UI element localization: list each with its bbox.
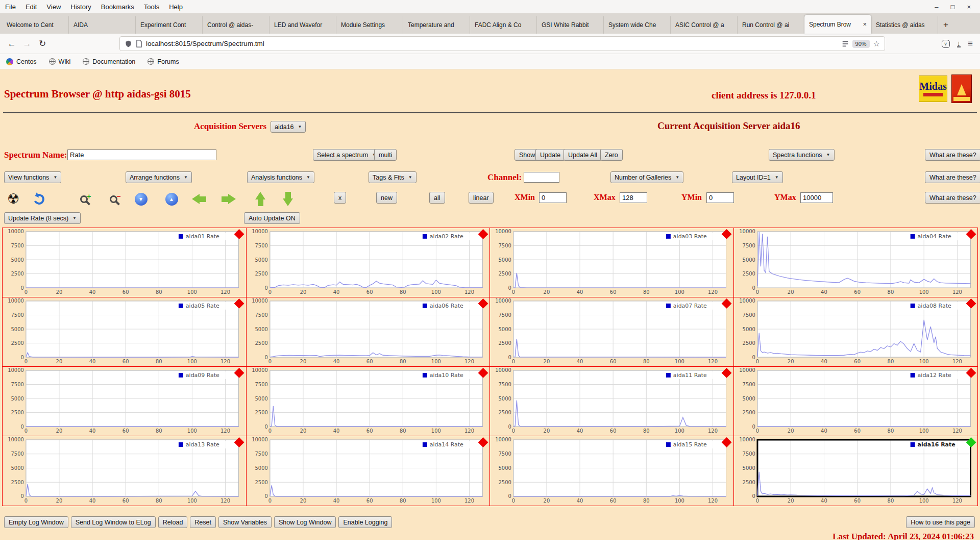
tab-asic-control-a[interactable]: ASIC Control @ a [671,16,738,34]
update-button[interactable]: Update [535,149,565,161]
menu-edit[interactable]: Edit [26,3,37,11]
pan-left-icon[interactable] [190,191,208,207]
spectrum-panel-aida11-rate[interactable]: 025005000750010000020406080100120aida11 … [490,367,734,436]
ymax-input[interactable] [800,192,833,203]
tags-fits-dropdown[interactable]: Tags & Fits ▼ [369,171,416,183]
bookmark-documentation[interactable]: Documentation [83,58,135,65]
auto-update-button[interactable]: Auto Update ON [244,212,300,224]
x-button[interactable]: x [334,192,346,204]
pan-up-icon[interactable] [251,191,270,207]
url-text[interactable]: localhost:8015/Spectrum/Spectrum.tml [146,40,838,47]
spectra-functions-dropdown[interactable]: Spectra functions ▼ [769,149,835,161]
spectrum-panel-aida03-rate[interactable]: 025005000750010000020406080100120aida03 … [490,228,734,297]
spectrum-panel-aida14-rate[interactable]: 025005000750010000020406080100120aida14 … [247,436,491,506]
tab-module-settings[interactable]: Module Settings [336,16,403,34]
tab-control-aidas[interactable]: Control @ aidas- [203,16,270,34]
menu-tools[interactable]: Tools [144,3,159,11]
app-menu-icon[interactable]: ≡ [968,39,973,49]
linear-button[interactable]: linear [469,192,494,204]
spectrum-panel-aida02-rate[interactable]: 025005000750010000020406080100120aida02 … [247,228,491,297]
tab-gsi-white-rabbit[interactable]: GSI White Rabbit [537,16,604,34]
analysis-functions-dropdown[interactable]: Analysis functions ▼ [247,171,314,183]
what-are-these-button-3[interactable]: What are these? [925,192,980,204]
tab-aida[interactable]: AIDA [69,16,136,34]
arrange-functions-dropdown[interactable]: Arrange functions ▼ [126,171,192,183]
bookmark-centos[interactable]: Centos [6,58,37,65]
spectrum-panel-aida09-rate[interactable]: 025005000750010000020406080100120aida09 … [3,367,247,436]
forward-button[interactable]: → [19,37,35,51]
radiation-icon[interactable]: ☢ [4,191,22,207]
new-button[interactable]: new [376,192,397,204]
spectrum-panel-aida10-rate[interactable]: 025005000750010000020406080100120aida10 … [247,367,491,436]
tab-welcome-to-cent[interactable]: Welcome to Cent [2,16,69,34]
spectrum-panel-aida08-rate[interactable]: 025005000750010000020406080100120aida08 … [734,297,978,367]
reload-button[interactable]: ↻ [35,37,50,51]
layout-id-dropdown[interactable]: Layout ID=1 ▼ [732,171,783,183]
send-log-window-to-elog-button[interactable]: Send Log Window to ELog [71,516,156,528]
spectrum-panel-aida07-rate[interactable]: 025005000750010000020406080100120aida07 … [490,297,734,367]
spectrum-panel-aida04-rate[interactable]: 025005000750010000020406080100120aida04 … [734,228,978,297]
zero-button[interactable]: Zero [600,149,623,161]
back-button[interactable]: ← [4,37,19,51]
minimize-icon[interactable]: – [935,3,938,11]
new-tab-button[interactable]: + [938,16,953,34]
pan-right-icon[interactable] [219,191,238,207]
spectrum-panel-aida15-rate[interactable]: 025005000750010000020406080100120aida15 … [490,436,734,506]
tab-led-and-wavefor[interactable]: LED and Wavefor [270,16,336,34]
spectrum-panel-aida16-rate[interactable]: 025005000750010000020406080100120aida16 … [734,436,978,506]
show-log-window-button[interactable]: Show Log Window [274,516,336,528]
number-of-galleries-dropdown[interactable]: Number of Galleries ▼ [610,171,683,183]
pocket-icon[interactable]: ∨ [942,40,950,48]
spectrum-panel-aida13-rate[interactable]: 025005000750010000020406080100120aida13 … [3,436,247,506]
tab-fadc-align-co[interactable]: FADC Align & Co [470,16,537,34]
url-bar[interactable]: localhost:8015/Spectrum/Spectrum.tml 90%… [119,36,885,51]
reset-button[interactable]: Reset [190,516,216,528]
multi-button[interactable]: multi [374,149,397,161]
empty-log-window-button[interactable]: Empty Log Window [4,516,68,528]
show-variables-button[interactable]: Show Variables [218,516,272,528]
maximize-icon[interactable]: □ [951,3,955,11]
update-all-button[interactable]: Update All [564,149,602,161]
spectrum-name-input[interactable] [67,149,216,160]
tab-system-wide-che[interactable]: System wide Che [604,16,671,34]
bookmark-star-icon[interactable]: ☆ [873,39,880,48]
zoom-in-icon[interactable]: + [75,191,93,207]
what-are-these-button-2[interactable]: What are these? [925,171,980,183]
zoom-out-icon[interactable]: − [104,191,122,207]
tab-run-control-ai[interactable]: Run Control @ ai [738,16,804,34]
select-spectrum-dropdown[interactable]: Select a spectrum ▼ [313,149,380,161]
menu-history[interactable]: History [70,3,91,11]
menu-view[interactable]: View [46,3,61,11]
menu-file[interactable]: File [5,3,16,11]
tab-statistics-aidas[interactable]: Statistics @ aidas [871,16,938,34]
tab-experiment-cont[interactable]: Experiment Cont [136,16,203,34]
refresh-icon[interactable] [30,191,48,207]
downloads-icon[interactable]: ↓ [957,40,961,47]
update-rate-dropdown[interactable]: Update Rate (8 secs) ▼ [4,212,81,224]
menu-bookmarks[interactable]: Bookmarks [101,3,134,11]
menu-help[interactable]: Help [169,3,183,11]
ymin-input[interactable] [706,192,734,203]
spectrum-panel-aida01-rate[interactable]: 025005000750010000020406080100120aida01 … [3,228,247,297]
view-functions-dropdown[interactable]: View functions ▼ [4,171,61,183]
xmax-input[interactable] [620,192,647,203]
spectrum-panel-aida05-rate[interactable]: 025005000750010000020406080100120aida05 … [3,297,247,367]
tab-temperature-and[interactable]: Temperature and [403,16,470,34]
xmin-input[interactable] [539,192,567,203]
spectrum-panel-aida12-rate[interactable]: 025005000750010000020406080100120aida12 … [734,367,978,436]
tab-close-icon[interactable]: × [863,20,867,28]
scroll-down-icon[interactable]: ▼ [132,191,150,207]
channel-input[interactable] [524,172,559,183]
secondary-logo[interactable] [951,74,972,103]
acquisition-server-select[interactable]: aida16 ▼ [271,121,306,133]
bookmark-forums[interactable]: Forums [148,58,179,65]
how-to-use-button[interactable]: How to use this page [906,516,975,528]
close-icon[interactable]: × [967,3,971,11]
enable-logging-button[interactable]: Enable Logging [338,516,392,528]
page-info-icon[interactable] [136,40,142,47]
all-button[interactable]: all [429,192,445,204]
reload-button[interactable]: Reload [158,516,188,528]
tracking-shield-icon[interactable] [125,40,132,48]
midas-logo[interactable]: Midas [919,76,947,102]
what-are-these-button-1[interactable]: What are these? [925,149,980,161]
